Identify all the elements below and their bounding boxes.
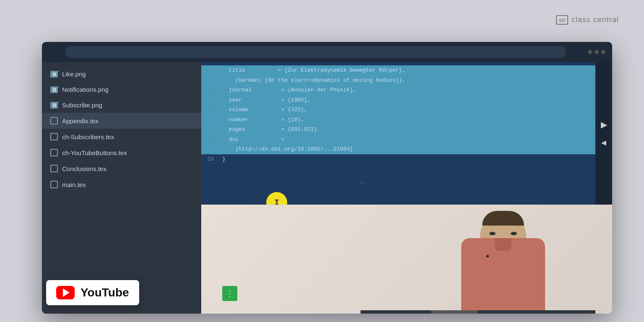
cc-logo: cc: [556, 15, 568, 25]
line-content-4: journal = {Annalen der Physik},: [222, 86, 356, 94]
youtube-play-triangle: [63, 288, 70, 297]
line-content-3: title = {Zur Elektrodynamik bewegter Kör…: [222, 66, 405, 75]
file-name-like: Like.png: [62, 70, 86, 78]
line-content-6: volume = {322},: [222, 106, 307, 114]
tex-icon: [50, 133, 58, 140]
file-name-main: main.tex: [62, 181, 86, 188]
file-item-subscribe-png[interactable]: 🖼 Subscribe.png: [42, 97, 201, 113]
line-number-4: 4: [201, 86, 222, 94]
browser-dot-3: [601, 50, 605, 54]
browser-dot-2: [595, 50, 599, 54]
three-dots-icon: ⋮: [226, 289, 234, 298]
line-number-8: 8: [201, 125, 222, 134]
file-item-appendix-tex[interactable]: Appendix.tex: [42, 113, 201, 129]
tex-icon: [50, 149, 58, 156]
file-item-notifications-png[interactable]: 🖼 Notifications.png: [42, 82, 201, 97]
video-person: [201, 205, 612, 314]
video-panel: [201, 205, 612, 314]
line-content-3b: (German) [On the electrodynamics of movi…: [222, 76, 405, 85]
scrollbar-thumb[interactable]: [431, 310, 478, 314]
image-icon: 🖼: [50, 102, 58, 109]
youtube-overlay: YouTube: [46, 280, 139, 305]
code-line-8: 8 pages = {891-921},: [201, 125, 612, 135]
line-number-9: 9: [201, 135, 222, 144]
code-line-7: 7 number = {10},: [201, 115, 612, 125]
line-content-7: number = {10},: [222, 116, 304, 124]
file-name-subscribe: Subscribe.png: [62, 101, 102, 109]
line-content-5: year = {1905},: [222, 96, 311, 104]
line-number-3: 3: [201, 66, 222, 75]
code-line-3b: (German) [On the electrodynamics of movi…: [201, 75, 612, 86]
nav-arrows: ▶ ◄: [595, 62, 612, 205]
file-item-ch-subscribers-tex[interactable]: ch-Subscribers.tex: [42, 129, 201, 145]
code-line-9: 9 doi =: [201, 135, 612, 145]
file-item-like-png[interactable]: 🖼 Like.png: [42, 66, 201, 82]
file-name-ch-subscribers: ch-Subscribers.tex: [62, 133, 114, 140]
code-panel: 3 title = {Zur Elektrodynamik bewegter K…: [201, 62, 612, 205]
line-content-9: doi =: [222, 135, 284, 144]
tex-icon: [50, 181, 58, 188]
line-content-10: }: [222, 155, 226, 164]
youtube-label: YouTube: [80, 286, 129, 299]
file-name-ch-youtubebuttons: ch-YouTubeButtons.tex: [62, 149, 127, 156]
nav-back-arrow[interactable]: ◄: [600, 138, 608, 148]
line-number-5: 5: [201, 96, 222, 104]
class-central-watermark: cc class central: [556, 15, 619, 25]
line-number-6: 6: [201, 106, 222, 114]
editor-area: 3 title = {Zur Elektrodynamik bewegter K…: [201, 62, 612, 314]
file-name-notifications: Notifications.png: [62, 86, 109, 93]
line-number-10: 10: [201, 155, 222, 164]
browser-window: 🖼 Like.png 🖼 Notifications.png 🖼 Subscri…: [42, 42, 612, 314]
code-line-5: 5 year = {1905},: [201, 95, 612, 105]
browser-dot-1: [588, 50, 592, 54]
file-item-conclusions-tex[interactable]: Conclusions.tex: [42, 161, 201, 177]
file-name-conclusions: Conclusions.tex: [62, 165, 106, 172]
line-number-7: 7: [201, 116, 222, 124]
code-line-3: 3 title = {Zur Elektrodynamik bewegter K…: [201, 65, 612, 75]
code-line-6: 6 volume = {322},: [201, 105, 612, 115]
tex-icon: [50, 165, 58, 172]
code-line-9b: {http://dx.doi.org/10.1002/...21004}: [201, 144, 612, 154]
code-line-4: 4 journal = {Annalen der Physik},: [201, 85, 612, 95]
green-menu-button[interactable]: ⋮: [222, 286, 237, 301]
nav-forward-arrow[interactable]: ▶: [601, 119, 607, 130]
content-area: 🖼 Like.png 🖼 Notifications.png 🖼 Subscri…: [42, 62, 612, 314]
horizontal-scrollbar[interactable]: [361, 310, 595, 314]
url-bar[interactable]: [65, 46, 566, 58]
image-icon: 🖼: [50, 71, 58, 78]
code-line-10: 10 }: [201, 154, 612, 164]
brand-name: class central: [571, 16, 619, 24]
file-item-main-tex[interactable]: main.tex: [42, 177, 201, 192]
cursor-indicator: I: [266, 192, 287, 205]
youtube-icon: [56, 286, 75, 299]
line-content-8: pages = {891-921},: [222, 125, 320, 134]
file-sidebar: 🖼 Like.png 🖼 Notifications.png 🖼 Subscri…: [42, 62, 201, 314]
browser-bar: [42, 42, 612, 62]
tex-icon: [50, 117, 58, 125]
line-content-9b: {http://dx.doi.org/10.1002/...21004}: [222, 145, 353, 153]
image-icon: 🖼: [50, 86, 58, 93]
browser-controls: [588, 50, 605, 54]
file-name-appendix: Appendix.tex: [62, 117, 99, 125]
file-item-ch-youtubebuttons-tex[interactable]: ch-YouTubeButtons.tex: [42, 145, 201, 161]
